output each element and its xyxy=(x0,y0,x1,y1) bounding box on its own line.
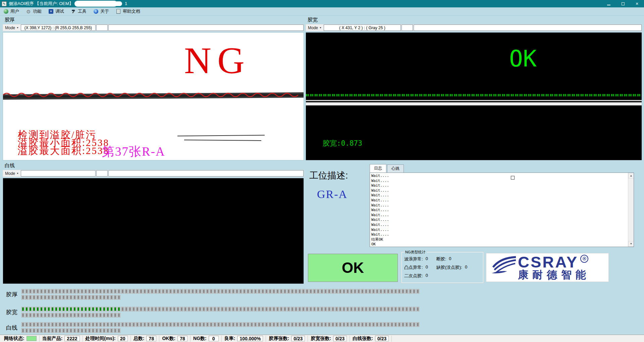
progress-cell xyxy=(95,313,98,317)
ng-stats-title: NG类型统计 xyxy=(404,250,427,255)
overall-result-button[interactable]: OK xyxy=(308,254,398,282)
progress-cell xyxy=(106,328,109,333)
progress-cell xyxy=(302,322,305,327)
white-line-image-view[interactable] xyxy=(3,178,304,284)
progress-cell-filled xyxy=(92,307,95,311)
progress-cell xyxy=(106,313,109,317)
progress-cell xyxy=(21,289,24,294)
progress-cell xyxy=(158,307,161,311)
ng-stat-label: 二次点胶: xyxy=(404,273,423,279)
progress-cell xyxy=(413,322,416,327)
progress-cell xyxy=(47,322,50,327)
progress-cell xyxy=(210,289,213,294)
progress-cell xyxy=(136,307,139,311)
progress-cell xyxy=(51,322,54,327)
menu-label: 帮助文档 xyxy=(123,8,140,14)
progress-cell xyxy=(354,307,357,311)
status-label: 处理时间(ms): xyxy=(86,336,116,342)
menu-item-tools[interactable]: 工具 xyxy=(67,7,90,16)
progress-cell-filled xyxy=(29,307,32,311)
scroll-down-icon[interactable]: ▼ xyxy=(628,241,634,247)
progress-cell xyxy=(92,295,95,300)
status-item: 总数:78 xyxy=(131,336,160,342)
status-label: 总数: xyxy=(133,336,145,342)
progress-cell xyxy=(40,322,43,327)
progress-cell xyxy=(21,328,24,333)
progress-cell xyxy=(62,289,65,294)
pixel-coordinate-readout: (X 398,Y 1272) : (R 255,G 255,B 255) xyxy=(21,25,96,31)
minimize-button[interactable] xyxy=(602,0,616,7)
mode-dropdown[interactable]: Mode ▼ xyxy=(3,170,21,177)
progress-cell xyxy=(84,313,87,317)
progress-cell xyxy=(317,307,320,311)
progress-cell xyxy=(33,295,36,300)
progress-cell xyxy=(239,289,242,294)
title-bar: ✎ 侧涂AOI程序 【当前用户: OEM】 编 1 ✕ xyxy=(0,0,644,7)
progress-cell xyxy=(258,289,261,294)
progress-cell xyxy=(280,307,283,311)
glue-line-strip xyxy=(306,94,642,106)
log-content[interactable]: Wait....Wait....Wait....Wait....Wait....… xyxy=(370,173,634,247)
menu-item-about[interactable]: i 关于 xyxy=(90,7,112,16)
progress-cell xyxy=(84,289,87,294)
progress-cell xyxy=(73,328,76,333)
progress-cell xyxy=(69,295,72,300)
progress-cell xyxy=(62,322,65,327)
mode-dropdown[interactable]: Mode ▼ xyxy=(3,25,21,31)
tab-log[interactable]: 日志 xyxy=(370,164,386,173)
progress-cell-filled xyxy=(117,307,120,311)
progress-cell xyxy=(217,289,220,294)
gear-icon: ⚙ xyxy=(26,9,31,14)
progress-cell xyxy=(413,307,416,311)
progress-cell xyxy=(269,289,272,294)
chevron-down-icon: ▼ xyxy=(319,27,322,29)
progress-cell xyxy=(276,289,279,294)
progress-cell xyxy=(99,295,102,300)
progress-cell xyxy=(21,295,24,300)
glue-width-image-view[interactable]: OK 胶宽:0.873 xyxy=(306,32,642,160)
detect-line: 溢胶最大面积:2538 xyxy=(18,147,109,155)
mode-dropdown[interactable]: Mode ▼ xyxy=(306,25,324,31)
progress-cell-filled xyxy=(99,307,102,311)
progress-cell xyxy=(88,295,91,300)
status-label: 胶宽张数: xyxy=(311,336,331,342)
app-quill-icon: ✎ xyxy=(2,1,7,6)
progress-cell-filled xyxy=(95,307,98,311)
progress-cell xyxy=(335,322,338,327)
tab-heartbeat[interactable]: 心跳 xyxy=(387,164,404,173)
progress-cell xyxy=(339,307,342,311)
station-description-value: GR-A xyxy=(317,188,347,201)
log-line: Wait.... xyxy=(371,217,389,223)
log-line: Wait.... xyxy=(371,179,389,184)
menu-item-user[interactable]: 用户 xyxy=(0,7,22,16)
menu-label: 关于 xyxy=(100,8,109,14)
progress-cell xyxy=(213,307,216,311)
progress-cell xyxy=(235,307,238,311)
scroll-up-icon[interactable]: ▲ xyxy=(628,173,634,179)
maximize-button[interactable] xyxy=(616,0,630,7)
glue-thickness-image-view[interactable]: NG 检测到溢胶/脏污 溢胶最小面积:2538 溢胶最大面积:2538 第37张… xyxy=(3,32,304,160)
progress-cell xyxy=(125,289,128,294)
progress-cell xyxy=(294,322,298,327)
close-button[interactable]: ✕ xyxy=(630,0,644,7)
progress-cell xyxy=(92,328,95,333)
menu-item-functions[interactable]: ⚙ 功能 xyxy=(22,7,45,16)
menu-item-help-doc[interactable]: 帮助文档 xyxy=(112,7,144,16)
progress-cell xyxy=(409,289,412,294)
progress-cell xyxy=(47,289,50,294)
progress-cell xyxy=(136,322,139,327)
log-scrollbar[interactable]: ▲ ▼ xyxy=(628,173,634,247)
progress-cell-filled xyxy=(58,307,61,311)
progress-cell xyxy=(151,322,154,327)
menu-item-debug[interactable]: ✕ 调试 xyxy=(45,7,67,16)
chevron-down-icon: ▼ xyxy=(16,172,19,175)
log-line: Wait.... xyxy=(371,183,389,188)
menu-label: 功能 xyxy=(33,8,42,14)
progress-cell xyxy=(103,313,106,317)
log-line: Wait.... xyxy=(371,193,389,198)
log-checkbox[interactable] xyxy=(511,176,515,180)
progress-cell xyxy=(110,322,113,327)
logo-wordmark: CSRAY® xyxy=(518,255,590,270)
progress-cell xyxy=(324,289,327,294)
log-panel: 日志 心跳 Wait....Wait....Wait....Wait....Wa… xyxy=(370,164,634,247)
